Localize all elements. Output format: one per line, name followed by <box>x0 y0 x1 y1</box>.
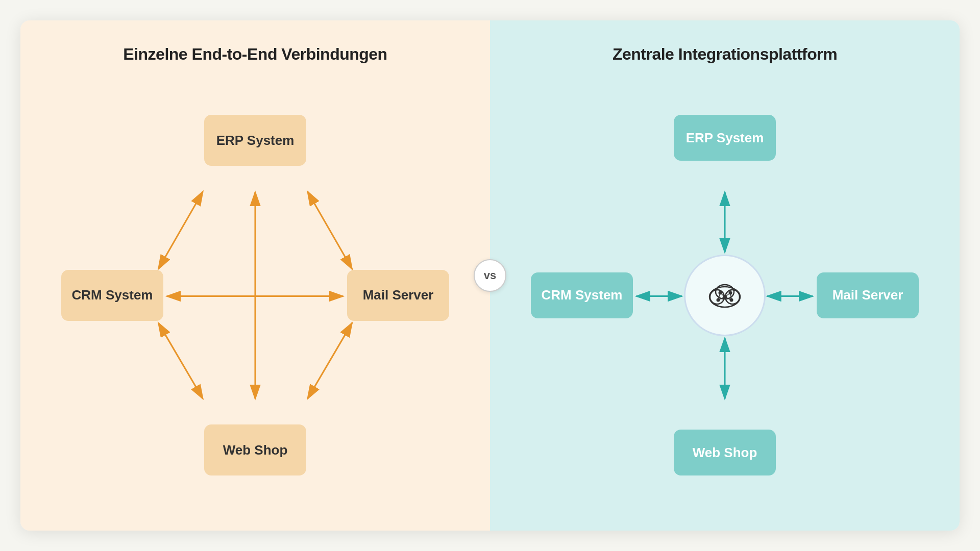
left-mail-box: Mail Server <box>347 270 449 321</box>
right-panel: Zentrale Integrationsplattform ERP Syste… <box>490 20 960 531</box>
cloud-icon <box>702 278 748 313</box>
left-panel: Einzelne End-to-End Verbindungen ERP Sys… <box>20 20 490 531</box>
left-erp-box: ERP System <box>204 115 306 166</box>
svg-line-6 <box>158 323 203 399</box>
right-title: Zentrale Integrationsplattform <box>612 45 837 64</box>
right-diagram: ERP System CRM System Mail Server Web Sh… <box>521 84 929 506</box>
left-title: Einzelne End-to-End Verbindungen <box>123 45 387 64</box>
svg-point-9 <box>710 290 724 304</box>
right-mail-box: Mail Server <box>817 272 919 318</box>
svg-line-7 <box>308 323 352 399</box>
right-crm-box: CRM System <box>531 272 633 318</box>
left-shop-box: Web Shop <box>204 424 306 475</box>
right-shop-box: Web Shop <box>674 430 776 475</box>
main-container: Einzelne End-to-End Verbindungen ERP Sys… <box>20 20 960 531</box>
left-crm-box: CRM System <box>61 270 163 321</box>
hub-circle <box>684 255 766 336</box>
svg-line-2 <box>158 191 203 269</box>
left-diagram: ERP System CRM System Mail Server Web Sh… <box>51 84 459 506</box>
right-erp-box: ERP System <box>674 115 776 161</box>
vs-badge: vs <box>474 259 506 292</box>
svg-point-10 <box>725 290 740 304</box>
svg-line-3 <box>308 191 352 269</box>
